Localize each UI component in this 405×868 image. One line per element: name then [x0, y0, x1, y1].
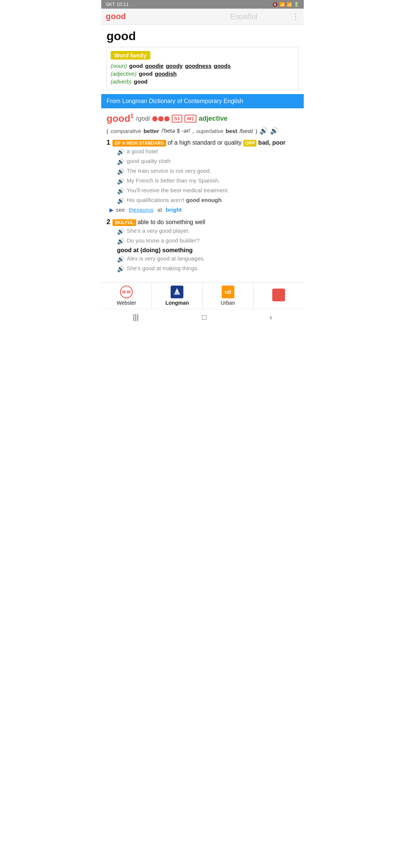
comparative-label: comparative: [111, 128, 141, 134]
freq-dot-2: [158, 116, 164, 121]
wf-adverb-row: (adverb) good: [111, 78, 294, 85]
extra-icon: [272, 289, 285, 301]
mute-icon: 🔇: [272, 2, 278, 7]
freq-dot-3: [164, 116, 170, 121]
example-text-1: a good hotel: [127, 148, 298, 154]
entry-phonetic: /ɡʊd/: [136, 115, 150, 122]
example-text-9: Alex is very good at languages.: [127, 255, 298, 262]
tab-urban[interactable]: ud Urban: [203, 283, 254, 309]
comparative-line: ( comparative better /'betə $ -ər/, supe…: [106, 127, 298, 135]
speaker-blue-icon[interactable]: 🔊: [270, 127, 278, 135]
example-text-2: good quality cloth: [127, 158, 298, 164]
speaker-icon-2[interactable]: 🔊: [117, 158, 124, 165]
example-list-sub: 🔊 Alex is very good at languages. 🔊 She'…: [117, 255, 298, 272]
freq-dots: [152, 116, 170, 121]
speaker-icon-10[interactable]: 🔊: [117, 265, 124, 272]
svg-rect-3: [174, 294, 180, 295]
example-item: 🔊 His qualifications aren't good enough.: [117, 197, 298, 204]
example-text-10: She's good at making things.: [127, 265, 298, 271]
example-text-8: Do you know a good builder?: [127, 237, 298, 244]
def-tag-1: OF A HIGH STANDARD: [112, 140, 166, 147]
example-text-3: The train service is not very good.: [127, 168, 298, 174]
superlative-phonetic: /best/: [240, 128, 254, 134]
opp-words: bad, poor: [256, 139, 285, 146]
webster-icon: M·W: [120, 286, 133, 298]
example-text-5: You'll receive the best medical treatmen…: [127, 187, 298, 193]
wf-word-goodness[interactable]: goodness: [185, 63, 212, 69]
definition-1: 1 OF A HIGH STANDARD of a high standard …: [106, 139, 298, 213]
longman-label: Longman: [165, 300, 189, 306]
superlative-label: superlative: [196, 128, 224, 134]
speaker-icon-5[interactable]: 🔊: [117, 187, 124, 195]
search-bar: good Español ⋮: [101, 9, 304, 25]
example-text-6: His qualifications aren't good enough.: [127, 197, 298, 203]
badge-w1: W1: [184, 115, 196, 123]
def-tag-2: SKILFUL: [112, 219, 136, 226]
example-item: 🔊 a good hotel: [117, 148, 298, 156]
def-1-row: 1 OF A HIGH STANDARD of a high standard …: [106, 139, 298, 147]
battery-icon: 🔋: [294, 2, 299, 7]
search-right-word[interactable]: Español: [199, 12, 289, 21]
entry-word[interactable]: good1: [106, 113, 134, 124]
example-item: 🔊 My French is better than my Spanish.: [117, 177, 298, 185]
definition-2: 2 SKILFUL able to do something well 🔊 Sh…: [106, 218, 298, 272]
speaker-icon-4[interactable]: 🔊: [117, 178, 124, 185]
example-list-2: 🔊 She's a very good player. 🔊 Do you kno…: [117, 227, 298, 245]
thesaurus-see: see: [116, 207, 126, 213]
word-family-box: Word family (noun) good goodie goody goo…: [106, 47, 298, 90]
dict-banner: From Longman Dictionary of Contemporary …: [101, 94, 304, 108]
bottom-nav: M·W Webster Longman ud Urban: [101, 282, 304, 309]
speaker-red-icon[interactable]: 🔊: [260, 127, 268, 135]
example-item: 🔊 She's good at making things.: [117, 265, 298, 272]
example-text-7: She's a very good player.: [127, 227, 298, 234]
longman-icon: [171, 286, 183, 298]
def-number-1: 1: [106, 139, 110, 147]
wf-word-goods[interactable]: goods: [214, 63, 231, 69]
wf-word-goody[interactable]: goody: [166, 63, 183, 69]
speaker-icon-7[interactable]: 🔊: [117, 228, 124, 235]
tab-extra[interactable]: [254, 283, 304, 309]
android-home-btn[interactable]: □: [202, 313, 206, 322]
speaker-icon-3[interactable]: 🔊: [117, 168, 124, 175]
wf-word-good3[interactable]: good: [134, 78, 148, 85]
comparative-word: better: [144, 128, 159, 134]
superlative-word: best: [226, 128, 237, 134]
wf-word-good2[interactable]: good: [139, 70, 153, 77]
def-text-2: able to do something well: [138, 219, 206, 226]
example-item: 🔊 You'll receive the best medical treatm…: [117, 187, 298, 195]
wf-word-good1[interactable]: good: [129, 63, 143, 69]
example-item: 🔊 Do you know a good builder?: [117, 237, 298, 245]
signal-icon: 📶: [286, 2, 292, 7]
thesaurus-bright-link[interactable]: bright: [166, 207, 182, 213]
tab-longman[interactable]: Longman: [152, 283, 202, 309]
speaker-icon-1[interactable]: 🔊: [117, 148, 124, 156]
wf-pos-noun: (noun): [111, 63, 127, 69]
search-left-word[interactable]: good: [106, 12, 196, 21]
urban-label: Urban: [221, 300, 235, 306]
wifi-icon: 📶: [279, 2, 285, 7]
example-list-1: 🔊 a good hotel 🔊 good quality cloth 🔊 Th…: [117, 148, 298, 204]
example-item: 🔊 She's a very good player.: [117, 227, 298, 235]
speaker-icon-8[interactable]: 🔊: [117, 238, 124, 245]
android-menu-btn[interactable]: |||: [133, 313, 139, 322]
thesaurus-note: ▶ see thesaurus at bright: [110, 207, 298, 213]
thesaurus-link[interactable]: thesaurus: [129, 207, 153, 213]
comparative-phonetic: /'betə $ -ər/: [161, 127, 190, 134]
speaker-icon-6[interactable]: 🔊: [117, 197, 124, 204]
wf-word-goodie[interactable]: goodie: [145, 63, 164, 69]
speaker-icon-9[interactable]: 🔊: [117, 256, 124, 263]
example-item: 🔊 good quality cloth: [117, 158, 298, 165]
example-item: 🔊 The train service is not very good.: [117, 168, 298, 175]
entry-header: good1 /ɡʊd/ S1 W1 adjective: [106, 113, 298, 124]
status-icons: 🔇 📶 📶 🔋: [272, 2, 299, 7]
menu-icon[interactable]: ⋮: [292, 12, 299, 21]
android-back-btn[interactable]: ‹: [270, 313, 272, 322]
sub-phrase: good at (doing) something: [117, 247, 298, 254]
tab-webster[interactable]: M·W Webster: [101, 283, 152, 309]
wf-word-goodish[interactable]: goodish: [155, 70, 177, 77]
def-number-2: 2: [106, 218, 110, 226]
status-carrier-time: SKT 10:11: [106, 1, 129, 7]
status-bar: SKT 10:11 🔇 📶 📶 🔋: [101, 0, 304, 9]
example-item: 🔊 Alex is very good at languages.: [117, 255, 298, 263]
wf-adjective-row: (adjective) good goodish: [111, 70, 294, 77]
